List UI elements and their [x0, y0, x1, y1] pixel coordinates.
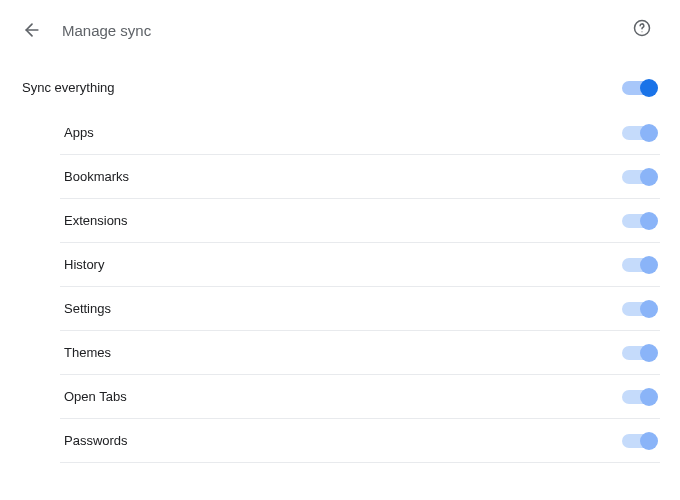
- sync-item-extensions: Extensions: [60, 199, 660, 243]
- item-label: Extensions: [64, 213, 128, 228]
- header-bar: Manage sync: [0, 0, 680, 52]
- toggle-knob: [640, 300, 658, 318]
- toggle-knob: [640, 168, 658, 186]
- sync-item-passwords: Passwords: [60, 419, 660, 463]
- toggle-knob: [640, 79, 658, 97]
- sync-everything-row: Sync everything: [20, 80, 660, 111]
- item-label: Passwords: [64, 433, 128, 448]
- content-area: Sync everything Apps Bookmarks Extension…: [0, 52, 680, 463]
- sync-item-history: History: [60, 243, 660, 287]
- toggle-knob: [640, 256, 658, 274]
- item-label: Open Tabs: [64, 389, 127, 404]
- toggle-knob: [640, 344, 658, 362]
- help-icon: [633, 19, 651, 37]
- history-toggle[interactable]: [622, 258, 656, 272]
- sync-item-themes: Themes: [60, 331, 660, 375]
- page-title: Manage sync: [62, 22, 151, 39]
- back-button[interactable]: [20, 18, 44, 42]
- item-label: History: [64, 257, 104, 272]
- sync-everything-label: Sync everything: [22, 80, 115, 95]
- item-label: Apps: [64, 125, 94, 140]
- apps-toggle[interactable]: [622, 126, 656, 140]
- item-label: Themes: [64, 345, 111, 360]
- sync-items-list: Apps Bookmarks Extensions History Settin…: [20, 111, 660, 463]
- extensions-toggle[interactable]: [622, 214, 656, 228]
- sync-item-settings: Settings: [60, 287, 660, 331]
- sync-item-apps: Apps: [60, 111, 660, 155]
- settings-toggle[interactable]: [622, 302, 656, 316]
- arrow-left-icon: [22, 20, 42, 40]
- item-label: Bookmarks: [64, 169, 129, 184]
- sync-everything-toggle[interactable]: [622, 81, 656, 95]
- themes-toggle[interactable]: [622, 346, 656, 360]
- toggle-knob: [640, 432, 658, 450]
- toggle-knob: [640, 212, 658, 230]
- open-tabs-toggle[interactable]: [622, 390, 656, 404]
- sync-item-open-tabs: Open Tabs: [60, 375, 660, 419]
- help-button[interactable]: [632, 18, 652, 38]
- toggle-knob: [640, 388, 658, 406]
- passwords-toggle[interactable]: [622, 434, 656, 448]
- svg-point-2: [641, 31, 642, 32]
- bookmarks-toggle[interactable]: [622, 170, 656, 184]
- sync-item-bookmarks: Bookmarks: [60, 155, 660, 199]
- toggle-knob: [640, 124, 658, 142]
- item-label: Settings: [64, 301, 111, 316]
